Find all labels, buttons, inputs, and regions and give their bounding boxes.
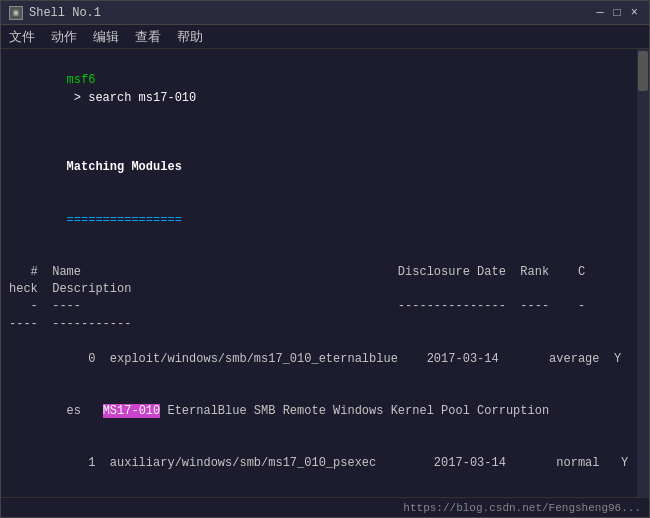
section-title: Matching Modules xyxy=(9,142,627,194)
row0-tag: MS17-010 xyxy=(103,404,161,418)
window-icon: ▣ xyxy=(9,6,23,20)
bottom-bar: https://blog.csdn.net/Fengsheng96... xyxy=(1,497,649,517)
col-sep-2: ---- ----------- xyxy=(9,316,627,333)
row0-num: 0 exploit/windows/smb/ms17_010_eternalbl… xyxy=(67,352,549,366)
window-controls: — □ × xyxy=(593,6,641,20)
window-title: Shell No.1 xyxy=(29,6,101,20)
row0-check2: es xyxy=(67,404,103,418)
table-row: 1 auxiliary/windows/smb/ms17_010_psexec … xyxy=(9,438,627,490)
row0-desc: EternalBlue SMB Remote Windows Kernel Po… xyxy=(160,404,549,418)
blank-line-2 xyxy=(9,246,627,263)
menu-file[interactable]: 文件 xyxy=(9,28,35,46)
row0-rank: average xyxy=(549,352,599,366)
menu-bar: 文件 动作 编辑 查看 帮助 xyxy=(1,25,649,49)
table-row: 0 exploit/windows/smb/ms17_010_eternalbl… xyxy=(9,333,627,385)
col-sep-1: - ---- --------------- ---- - xyxy=(9,298,627,315)
row1-check: Y xyxy=(600,456,629,470)
row1-rank: normal xyxy=(556,456,599,470)
command-text: > search ms17-010 xyxy=(67,91,197,105)
command-line: msf6 > search ms17-010 xyxy=(9,55,627,125)
title-bar: ▣ Shell No.1 — □ × xyxy=(1,1,649,25)
watermark: https://blog.csdn.net/Fengsheng96... xyxy=(403,502,641,514)
menu-help[interactable]: 帮助 xyxy=(177,28,203,46)
section-underline: ================ xyxy=(9,194,627,246)
col-header-1: # Name Disclosure Date Rank C xyxy=(9,264,627,281)
menu-edit[interactable]: 编辑 xyxy=(93,28,119,46)
blank-line-1 xyxy=(9,125,627,142)
prompt1: msf6 xyxy=(67,73,96,87)
terminal-area[interactable]: msf6 > search ms17-010 Matching Modules … xyxy=(1,49,649,497)
terminal-content: msf6 > search ms17-010 Matching Modules … xyxy=(9,55,641,491)
col-header-2: heck Description xyxy=(9,281,627,298)
menu-action[interactable]: 动作 xyxy=(51,28,77,46)
maximize-button[interactable]: □ xyxy=(611,6,624,20)
scrollbar-thumb[interactable] xyxy=(638,51,648,91)
close-button[interactable]: × xyxy=(628,6,641,20)
title-bar-left: ▣ Shell No.1 xyxy=(9,6,101,20)
terminal-window: ▣ Shell No.1 — □ × 文件 动作 编辑 查看 帮助 msf6 >… xyxy=(0,0,650,518)
scrollbar[interactable] xyxy=(637,49,649,497)
table-row: es MS17-010 EternalRomance/EternalSynerg… xyxy=(9,490,627,491)
minimize-button[interactable]: — xyxy=(593,6,606,20)
table-row: es MS17-010 EternalBlue SMB Remote Windo… xyxy=(9,385,627,437)
row0-check: Y xyxy=(600,352,622,366)
row1-num: 1 auxiliary/windows/smb/ms17_010_psexec … xyxy=(67,456,557,470)
menu-view[interactable]: 查看 xyxy=(135,28,161,46)
